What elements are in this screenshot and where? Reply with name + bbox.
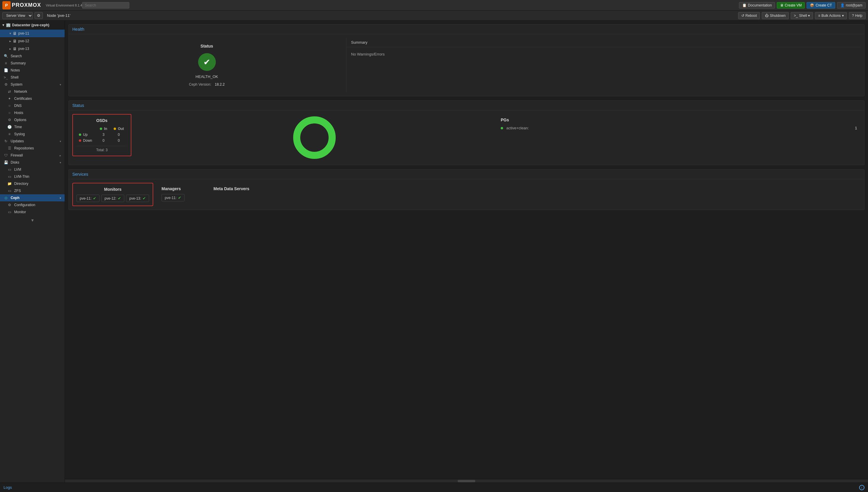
sidebar-system-group[interactable]: ⚙ System (0, 81, 65, 88)
create-ct-label: Create CT (815, 3, 832, 7)
monitor-pve13-status-icon: ✔ (143, 196, 146, 200)
monitor-pve11-label: pve-11: (80, 196, 92, 200)
shutdown-label: Shutdown (770, 14, 785, 18)
osds-total: Total: 3 (76, 146, 127, 152)
zfs-label: ZFS (14, 189, 21, 193)
documentation-button[interactable]: 📋 Documentation (739, 2, 775, 8)
create-vm-button[interactable]: 🖥 Create VM (777, 2, 805, 8)
gear-button[interactable]: ⚙ (34, 12, 43, 19)
updates-submenu: ☰ Repositories (0, 145, 65, 152)
sidebar-item-configuration[interactable]: ⚙ Configuration (3, 201, 65, 208)
sidebar-item-shell[interactable]: >_ Shell (0, 74, 65, 81)
user-button[interactable]: 👤 root@pam (837, 2, 866, 8)
in-header: In (97, 126, 110, 132)
bulk-actions-button[interactable]: ≡ Bulk Actions ▾ (815, 12, 847, 19)
logs-info-icon[interactable]: i (859, 485, 865, 490)
managers-nodes: pve-11: ✔ (161, 194, 202, 201)
sidebar-disks-label: Disks (10, 161, 60, 165)
sidebar-item-notes[interactable]: 📄 Notes (0, 67, 65, 74)
topbar-search-input[interactable] (82, 2, 129, 8)
osds-table: In Out (76, 126, 127, 144)
reboot-button[interactable]: ↺ Reboot (738, 12, 760, 19)
health-summary-content: No Warnings/Errors (346, 47, 861, 61)
datacenter-header[interactable]: ▾ 🏢 Datacenter (pve-ceph) (0, 21, 65, 29)
sidebar-item-lvm-thin[interactable]: ▭ LVM-Thin (3, 173, 65, 180)
horizontal-scrollbar[interactable] (65, 479, 868, 483)
summary-tab-label: Summary (351, 40, 367, 45)
shell-nav-icon: >_ (3, 75, 8, 79)
content-scroll: Health Status ✔ HEALTH_OK Ceph Version: … (65, 21, 868, 479)
sidebar-item-certificates[interactable]: ✦ Certificates (3, 95, 65, 102)
svg-point-1 (297, 120, 332, 155)
sidebar-firewall-label: Firewall (10, 153, 60, 157)
down-in-value: 0 (97, 138, 110, 144)
help-label: Help (855, 14, 862, 18)
health-section: Health Status ✔ HEALTH_OK Ceph Version: … (69, 24, 865, 96)
health-section-title: Health (69, 25, 864, 34)
osds-box: OSDs In (72, 114, 131, 156)
logo-text: PROXMOX (12, 2, 41, 8)
create-ct-button[interactable]: 📦 Create CT (807, 2, 835, 8)
bulk-icon: ≡ (818, 14, 820, 18)
logs-label[interactable]: Logs (3, 485, 12, 490)
sidebar-disks-group[interactable]: 💾 Disks (0, 159, 65, 166)
directory-label: Directory (14, 181, 28, 186)
sidebar-updates-label: Updates (10, 139, 60, 143)
sidebar-item-dns[interactable]: ○ DNS (3, 102, 65, 109)
shell-label: Shell (799, 14, 807, 18)
health-ok-circle: ✔ (198, 53, 216, 71)
lvm-thin-icon: ▭ (7, 175, 12, 179)
sidebar-item-pve-13[interactable]: ▸ 🖥 pve-13 (0, 45, 65, 53)
sidebar-item-syslog[interactable]: ≡ Syslog (3, 130, 65, 138)
scroll-handle[interactable] (458, 480, 475, 482)
dns-label: DNS (14, 104, 22, 108)
sidebar-item-hosts[interactable]: ○ Hosts (3, 109, 65, 116)
manager-pve11: pve-11: ✔ (161, 194, 184, 201)
out-dot-icon (114, 128, 116, 130)
sidebar-item-directory[interactable]: 📁 Directory (3, 180, 65, 187)
configuration-icon: ⚙ (7, 203, 12, 207)
sidebar-item-zfs[interactable]: ▭ ZFS (3, 187, 65, 194)
sidebar-item-monitor[interactable]: ▭ Monitor (3, 208, 65, 216)
up-label-cell: Up (76, 132, 97, 138)
shell-icon: >_ (794, 14, 798, 18)
sidebar-updates-group[interactable]: ↻ Updates (0, 138, 65, 145)
metadata-title: Meta Data Servers (213, 186, 259, 191)
view-select[interactable]: Server View (2, 12, 33, 19)
health-status-label: Status (201, 44, 213, 48)
sidebar-item-options[interactable]: ⚙ Options (3, 116, 65, 123)
doc-icon: 📋 (742, 3, 747, 7)
health-summary-tab[interactable]: Summary (346, 38, 861, 47)
in-label: In (104, 127, 107, 131)
help-icon: ? (852, 14, 854, 18)
sidebar-notes-label: Notes (10, 68, 20, 72)
network-icon: ⇄ (7, 90, 12, 94)
sidebar-item-pve-12[interactable]: ▸ 🖥 pve-12 (0, 37, 65, 45)
sidebar-item-pve-11[interactable]: ▾ 🖥 pve-11 (0, 29, 65, 37)
pgs-title: PGs (501, 118, 857, 122)
help-button[interactable]: ? Help (849, 12, 866, 19)
sidebar-shell-label: Shell (10, 75, 19, 79)
sidebar-item-summary[interactable]: ≡ Summary (0, 60, 65, 67)
shell-dropdown-icon: ▾ (808, 14, 810, 18)
hosts-label: Hosts (14, 111, 23, 115)
sidebar-firewall-group[interactable]: 🛡 Firewall (0, 152, 65, 159)
managers-box: Managers pve-11: ✔ (158, 183, 205, 205)
sidebar-item-search[interactable]: 🔍 Search (0, 53, 65, 60)
repositories-icon: ☰ (7, 146, 12, 150)
sidebar-item-network[interactable]: ⇄ Network (3, 88, 65, 95)
shell-button[interactable]: >_ Shell ▾ (791, 12, 813, 19)
secondbar-actions: ↺ Reboot ⏻ Shutdown >_ Shell ▾ ≡ Bulk Ac… (738, 12, 866, 19)
node-pve13-label: pve-13 (18, 47, 29, 51)
datacenter-icon: 🏢 (6, 23, 10, 27)
metadata-box: Meta Data Servers (210, 183, 263, 198)
sidebar-ceph-group[interactable]: ◎ Ceph ▾ (0, 194, 65, 201)
node-pve13-icon: 🖥 (13, 46, 17, 51)
node-title: Node 'pve-11' (47, 13, 70, 18)
shutdown-button[interactable]: ⏻ Shutdown (762, 12, 789, 19)
network-label: Network (14, 90, 27, 94)
sidebar-item-lvm[interactable]: ▭ LVM (3, 166, 65, 173)
sidebar-item-time[interactable]: 🕐 Time (3, 123, 65, 130)
sidebar-item-repositories[interactable]: ☰ Repositories (3, 145, 65, 152)
sidebar-expand-more[interactable]: ▾ (0, 216, 65, 225)
